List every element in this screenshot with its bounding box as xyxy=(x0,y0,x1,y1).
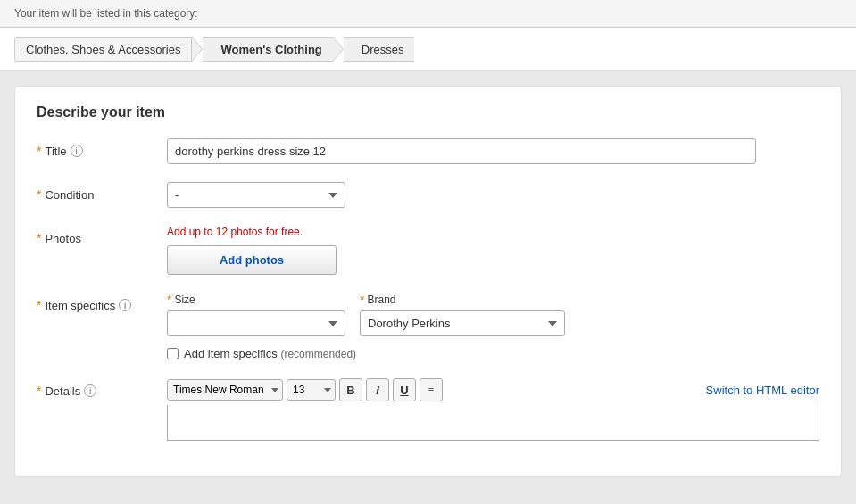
brand-select[interactable]: Dorothy Perkins ASOS Topshop River Islan… xyxy=(360,310,565,336)
size-select[interactable]: 6 8 10 12 14 16 18 xyxy=(167,310,345,336)
category-notice: Your item will be listed in this categor… xyxy=(0,0,856,28)
item-specifics-row: * Item specifics i * Size 6 8 xyxy=(37,293,819,360)
add-specifics-label[interactable]: Add item specifics (recommended) xyxy=(184,347,356,360)
breadcrumb-sep-1 xyxy=(192,37,203,62)
add-specifics-row: Add item specifics (recommended) xyxy=(167,347,819,360)
specifics-required-star: * xyxy=(37,298,41,312)
title-label: * Title i xyxy=(37,138,153,158)
underline-button[interactable]: U xyxy=(393,378,416,401)
condition-select[interactable]: - New with tags New without tags Very Go… xyxy=(167,182,345,208)
title-input[interactable] xyxy=(167,138,756,164)
category-notice-text: Your item will be listed in this categor… xyxy=(14,7,198,20)
size-field: * Size 6 8 10 12 14 16 18 xyxy=(167,293,345,336)
title-row: * Title i xyxy=(37,138,819,164)
add-photos-button[interactable]: Add photos xyxy=(167,245,337,275)
details-info-icon[interactable]: i xyxy=(84,384,96,397)
photos-hint: Add up to 12 photos for free. xyxy=(167,226,819,238)
details-toolbar: Times New Roman Arial Verdana 13 10 12 1… xyxy=(167,378,819,401)
font-size-select[interactable]: 13 10 12 14 16 18 xyxy=(287,379,336,401)
switch-to-html-link[interactable]: Switch to HTML editor xyxy=(706,384,819,397)
condition-required-star: * xyxy=(37,187,41,202)
details-required-star: * xyxy=(37,384,41,398)
condition-row: * Condition - New with tags New without … xyxy=(37,182,819,208)
bold-button[interactable]: B xyxy=(339,378,362,401)
breadcrumb-item-1[interactable]: Clothes, Shoes & Accessories xyxy=(14,37,192,62)
details-label: * Details i xyxy=(37,378,153,398)
breadcrumb-item-3[interactable]: Dresses xyxy=(344,37,415,62)
breadcrumb: Clothes, Shoes & Accessories Women's Clo… xyxy=(0,28,856,71)
form-heading: Describe your item xyxy=(37,104,819,120)
condition-label: * Condition xyxy=(37,182,153,202)
breadcrumb-sep-2 xyxy=(333,37,344,62)
details-content: Times New Roman Arial Verdana 13 10 12 1… xyxy=(167,378,819,441)
photos-required-star: * xyxy=(37,231,41,245)
title-input-container xyxy=(167,138,819,164)
details-row: * Details i Times New Roman Arial Verdan… xyxy=(37,378,819,441)
font-family-select[interactable]: Times New Roman Arial Verdana xyxy=(167,379,283,401)
size-label: * Size xyxy=(167,293,345,307)
italic-button[interactable]: I xyxy=(366,378,389,401)
photos-hint-free: for free. xyxy=(266,226,303,238)
recommended-text: (recommended) xyxy=(280,348,356,360)
item-specifics-label: * Item specifics i xyxy=(37,293,153,312)
add-specifics-checkbox[interactable] xyxy=(167,348,179,359)
brand-field: * Brand Dorothy Perkins ASOS Topshop Riv… xyxy=(360,293,565,336)
specifics-fields-row: * Size 6 8 10 12 14 16 18 xyxy=(167,293,819,336)
title-info-icon[interactable]: i xyxy=(71,145,83,157)
photos-row: * Photos Add up to 12 photos for free. A… xyxy=(37,226,819,275)
main-content: Describe your item * Title i * Condition… xyxy=(0,71,856,492)
list-button[interactable]: ≡ xyxy=(420,378,443,401)
specifics-content: * Size 6 8 10 12 14 16 18 xyxy=(167,293,819,360)
describe-item-card: Describe your item * Title i * Condition… xyxy=(14,86,842,477)
photos-content: Add up to 12 photos for free. Add photos xyxy=(167,226,819,275)
breadcrumb-item-2[interactable]: Women's Clothing xyxy=(203,37,332,62)
title-required-star: * xyxy=(37,144,41,158)
photos-label: * Photos xyxy=(37,226,153,245)
brand-label: * Brand xyxy=(360,293,565,307)
details-editor[interactable] xyxy=(167,405,819,441)
specifics-info-icon[interactable]: i xyxy=(119,299,131,311)
condition-select-container: - New with tags New without tags Very Go… xyxy=(167,182,819,208)
